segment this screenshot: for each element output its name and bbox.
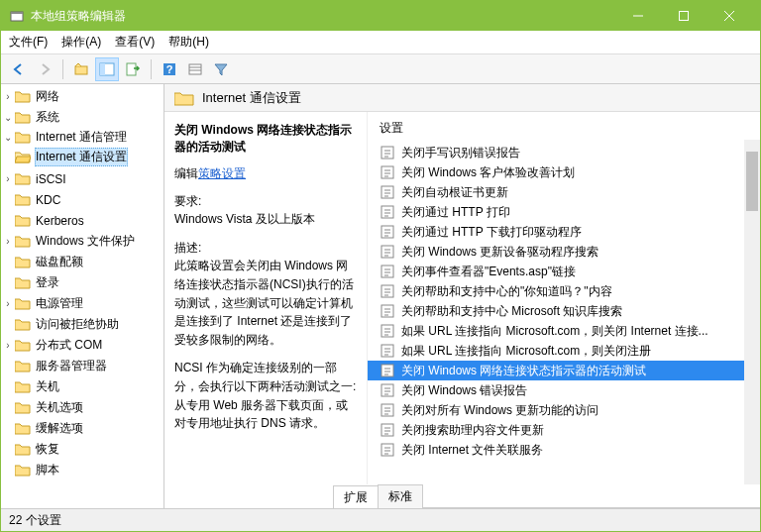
policy-label: 关闭手写识别错误报告: [401, 145, 520, 161]
tree-expander[interactable]: ›: [1, 298, 15, 309]
policy-label: 如果 URL 连接指向 Microsoft.com，则关闭注册: [401, 343, 651, 360]
show-hide-tree-button[interactable]: [95, 57, 119, 81]
folder-icon: [15, 172, 31, 186]
menubar: 文件(F) 操作(A) 查看(V) 帮助(H): [1, 31, 760, 54]
folder-icon: [15, 111, 31, 125]
tree-item[interactable]: 恢复: [35, 441, 60, 458]
tree-item[interactable]: Windows 文件保护: [35, 233, 136, 250]
policy-icon: [380, 244, 395, 260]
policy-item[interactable]: 关闭 Windows 客户体验改善计划: [368, 162, 760, 182]
tree-item[interactable]: 网络: [35, 88, 60, 105]
tree-item[interactable]: 登录: [35, 274, 60, 291]
toolbar: ?: [1, 54, 760, 84]
tree-pane[interactable]: ›网络 ⌄系统 ⌄Internet 通信管理 Internet 通信设置 ›iS…: [1, 84, 164, 508]
tree-item[interactable]: Kerberos: [35, 214, 85, 228]
policy-item[interactable]: 如果 URL 连接指向 Microsoft.com，则关闭注册: [368, 341, 760, 361]
export-list-button[interactable]: [121, 57, 145, 81]
menu-action[interactable]: 操作(A): [61, 34, 101, 51]
folder-icon: [15, 360, 31, 373]
folder-icon: [15, 422, 31, 436]
description-text: 此策略设置会关闭由 Windows 网络连接状态指示器(NCSI)执行的活动测试…: [174, 259, 354, 346]
minimize-button[interactable]: [615, 1, 661, 31]
svg-rect-1: [11, 12, 23, 14]
tree-item[interactable]: 系统: [35, 109, 60, 126]
up-button[interactable]: [69, 57, 93, 81]
policy-label: 关闭 Windows 网络连接状态指示器的活动测试: [401, 363, 646, 379]
policy-item[interactable]: 关闭通过 HTTP 打印: [368, 202, 760, 222]
detail-pane: 关闭 Windows 网络连接状态指示器的活动测试 编辑策略设置 要求:Wind…: [164, 112, 368, 484]
forward-button[interactable]: [33, 57, 56, 81]
policy-item[interactable]: 关闭对所有 Windows 更新功能的访问: [368, 400, 760, 420]
edit-label: 编辑: [174, 166, 198, 180]
policy-item[interactable]: 关闭帮助和支持中心 Microsoft 知识库搜索: [368, 301, 760, 321]
policy-label: 关闭 Windows 客户体验改善计划: [401, 164, 575, 181]
tree-item[interactable]: 磁盘配额: [35, 254, 84, 270]
tree-item[interactable]: 服务器管理器: [35, 358, 108, 374]
policy-item[interactable]: 关闭 Windows 错误报告: [368, 380, 760, 400]
policy-item[interactable]: 关闭自动根证书更新: [368, 182, 760, 202]
folder-icon: [15, 256, 31, 269]
tree-item[interactable]: 缓解选项: [35, 420, 84, 437]
policy-icon: [380, 283, 395, 299]
folder-icon: [15, 380, 31, 394]
maximize-button[interactable]: [661, 1, 707, 31]
tree-item[interactable]: iSCSI: [35, 172, 67, 186]
svg-rect-3: [680, 12, 689, 21]
folder-icon: [15, 276, 31, 290]
tree-item[interactable]: 访问被拒绝协助: [35, 316, 120, 333]
tree-expander[interactable]: ›: [1, 91, 15, 102]
back-button[interactable]: [7, 57, 31, 81]
folder-icon: [15, 235, 31, 249]
menu-view[interactable]: 查看(V): [115, 34, 155, 51]
policy-item[interactable]: 关闭搜索助理内容文件更新: [368, 420, 760, 440]
svg-rect-9: [127, 63, 136, 75]
options-button[interactable]: [183, 57, 207, 81]
folder-icon: [15, 214, 31, 228]
scrollbar-thumb[interactable]: [746, 152, 758, 211]
tree-expander[interactable]: ›: [1, 173, 15, 184]
policy-settings-link[interactable]: 策略设置: [198, 166, 246, 180]
policy-item[interactable]: 关闭帮助和支持中心的"你知道吗？"内容: [368, 281, 760, 301]
scrollbar[interactable]: [744, 140, 760, 484]
tab-extended[interactable]: 扩展: [333, 485, 379, 508]
close-button[interactable]: [707, 1, 752, 31]
tree-item[interactable]: 关机选项: [35, 399, 84, 416]
tree-item[interactable]: 关机: [35, 378, 60, 395]
folder-icon: [15, 297, 31, 311]
help-button[interactable]: ?: [158, 57, 181, 81]
policy-icon: [380, 204, 395, 220]
policy-label: 关闭 Internet 文件关联服务: [401, 442, 543, 459]
policy-list[interactable]: 设置 关闭手写识别错误报告关闭 Windows 客户体验改善计划关闭自动根证书更…: [368, 112, 760, 484]
tree-item[interactable]: 电源管理: [35, 295, 84, 312]
tree-item-selected[interactable]: Internet 通信设置: [35, 148, 128, 166]
app-icon: [9, 8, 25, 24]
tree-expander[interactable]: ›: [1, 340, 15, 351]
folder-icon: [15, 464, 31, 478]
tree-item[interactable]: 分布式 COM: [35, 337, 103, 354]
right-pane: Internet 通信设置 关闭 Windows 网络连接状态指示器的活动测试 …: [164, 84, 760, 508]
tree-item[interactable]: KDC: [35, 193, 61, 207]
breadcrumb: Internet 通信设置: [164, 84, 760, 112]
tabstrip: 扩展 标准: [164, 484, 760, 508]
policy-item[interactable]: 关闭 Windows 网络连接状态指示器的活动测试: [368, 361, 760, 380]
policy-item[interactable]: 关闭 Internet 文件关联服务: [368, 440, 760, 460]
tree-expander[interactable]: ⌄: [1, 132, 15, 143]
folder-icon: [15, 401, 31, 415]
tree-expander[interactable]: ›: [1, 236, 15, 247]
policy-item[interactable]: 关闭 Windows 更新设备驱动程序搜索: [368, 242, 760, 262]
policy-icon: [380, 363, 395, 378]
policy-label: 关闭通过 HTTP 打印: [401, 204, 510, 221]
menu-help[interactable]: 帮助(H): [168, 34, 209, 51]
menu-file[interactable]: 文件(F): [9, 34, 48, 51]
policy-label: 关闭通过 HTTP 下载打印驱动程序: [401, 224, 582, 241]
policy-item[interactable]: 如果 URL 连接指向 Microsoft.com，则关闭 Internet 连…: [368, 321, 760, 341]
policy-icon: [380, 382, 395, 398]
tab-standard[interactable]: 标准: [378, 484, 423, 508]
tree-item[interactable]: 脚本: [35, 462, 60, 479]
policy-item[interactable]: 关闭通过 HTTP 下载打印驱动程序: [368, 222, 760, 242]
tree-expander[interactable]: ⌄: [1, 112, 15, 123]
filter-button[interactable]: [209, 57, 233, 81]
policy-item[interactable]: 关闭手写识别错误报告: [368, 143, 760, 162]
tree-item[interactable]: Internet 通信管理: [35, 129, 128, 146]
policy-item[interactable]: 关闭事件查看器"Events.asp"链接: [368, 262, 760, 281]
